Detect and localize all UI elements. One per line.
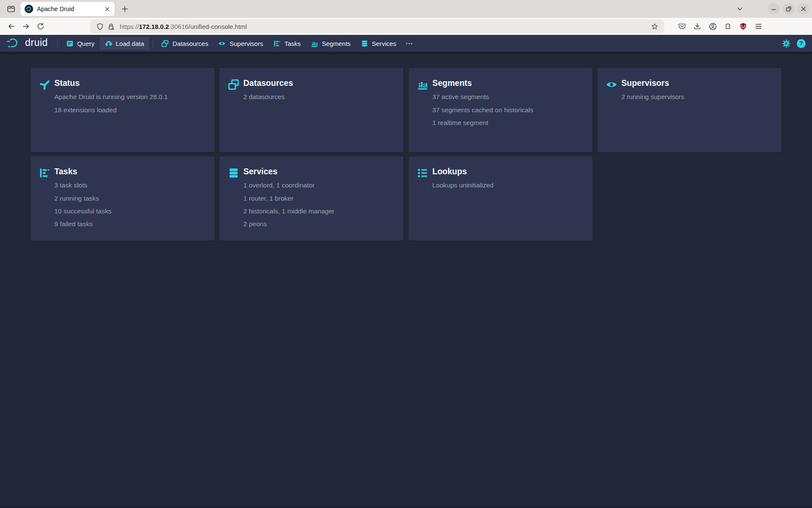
druid-brand[interactable]: druid [6, 38, 48, 49]
downloads-button[interactable] [691, 20, 704, 33]
restore-button[interactable] [783, 3, 795, 15]
card-supervisors[interactable]: Supervisors 2 running supervisors [598, 68, 781, 152]
gantt-icon [39, 167, 50, 179]
url-path: /unified-console.html [189, 23, 247, 30]
nav-label-tasks: Tasks [285, 40, 301, 47]
druid-brand-text: druid [25, 38, 48, 49]
tracking-protection-button[interactable] [94, 21, 105, 32]
ublock-shield-icon [739, 22, 747, 31]
card-grid: Status Apache Druid is running version 2… [0, 52, 812, 241]
gear-icon [782, 39, 791, 48]
card-title: Lookups [432, 167, 585, 176]
new-tab-button[interactable] [118, 2, 132, 16]
reload-icon [36, 22, 45, 31]
nav-item-load-data[interactable]: Load data [100, 37, 149, 50]
close-icon [105, 7, 110, 11]
druid-navbar: druid Query Load data Datasources Superv… [0, 35, 812, 52]
chevron-down-icon [736, 6, 743, 12]
card-services[interactable]: Services 1 overlord, 1 coordinator1 rout… [220, 156, 403, 241]
card-stat-line: 9 failed tasks [54, 220, 207, 228]
nav-label-services: Services [372, 40, 397, 47]
pocket-button[interactable] [675, 20, 689, 33]
account-icon [708, 22, 717, 31]
plus-icon [122, 6, 128, 12]
cloud-upload-icon [105, 40, 112, 47]
menu-button[interactable] [752, 20, 765, 33]
fork-icon [39, 79, 50, 90]
card-stat-line: 2 historicals, 1 middle manager [243, 207, 396, 216]
druid-logo-icon [6, 38, 22, 49]
nav-item-segments[interactable]: Segments [306, 37, 356, 50]
list-all-tabs-button[interactable] [733, 3, 746, 15]
reload-button[interactable] [34, 20, 47, 33]
druid-favicon [25, 5, 33, 13]
nav-item-more[interactable] [401, 37, 417, 50]
back-icon [7, 22, 16, 31]
bookmark-star-button[interactable] [649, 21, 660, 32]
card-stat-line: 1 router, 1 broker [243, 195, 396, 203]
card-stat-line: 37 segments cached on historicals [432, 106, 585, 114]
nav-group-primary: Query Load data [61, 37, 149, 50]
card-lookups[interactable]: Lookups Lookups uninitialized [409, 156, 592, 241]
minimize-button[interactable] [768, 3, 780, 15]
nav-group-secondary: Datasources Supervisors Tasks Segments S… [156, 37, 401, 50]
tab-title: Apache Druid [37, 6, 103, 12]
nav-label-load-data: Load data [116, 40, 144, 47]
close-window-button[interactable] [798, 3, 809, 15]
help-button[interactable]: ? [797, 39, 806, 48]
firefox-view-icon [6, 4, 16, 14]
nav-item-services[interactable]: Services [356, 37, 402, 50]
url-bar[interactable]: https://172.18.0.2:30616/unified-console… [90, 20, 664, 33]
card-status[interactable]: Status Apache Druid is running version 2… [31, 68, 214, 152]
nav-item-tasks[interactable]: Tasks [268, 37, 306, 50]
card-stat-line: 37 active segments [432, 93, 585, 101]
nav-item-query[interactable]: Query [61, 37, 100, 50]
bar-chart-icon [417, 79, 428, 90]
card-title: Tasks [54, 167, 207, 176]
minimize-icon [769, 4, 779, 14]
download-icon [693, 22, 702, 31]
url-protocol: https:// [120, 23, 139, 30]
console-icon [66, 40, 73, 47]
gantt-icon [273, 40, 281, 47]
navbar-divider [152, 39, 153, 48]
nav-item-datasources[interactable]: Datasources [156, 37, 213, 50]
firefox-view-button[interactable] [4, 2, 18, 16]
stack-icon [161, 40, 169, 47]
card-stat-line: 18 extensions loaded [54, 106, 207, 114]
restore-icon [784, 4, 794, 14]
eye-icon [218, 40, 226, 47]
forward-button[interactable] [20, 20, 32, 33]
card-stat-line: 1 realtime segment [432, 119, 585, 127]
card-stat-line: 2 running supervisors [621, 93, 774, 101]
tab-close-button[interactable] [103, 5, 111, 13]
eye-icon [606, 79, 617, 90]
ublock-button[interactable] [736, 20, 750, 33]
card-title: Supervisors [621, 79, 774, 88]
account-button[interactable] [706, 20, 719, 33]
card-tasks[interactable]: Tasks 3 task slots2 running tasks10 succ… [31, 156, 214, 241]
card-stat-line: 3 task slots [54, 182, 207, 190]
nav-label-supervisors: Supervisors [229, 40, 263, 47]
lock-warning-icon [107, 23, 115, 31]
nav-label-query: Query [77, 40, 95, 47]
url-host: 172.18.0.2 [139, 23, 169, 30]
close-icon [798, 4, 809, 14]
puzzle-icon [724, 22, 732, 31]
connection-security-button[interactable] [105, 21, 116, 32]
back-button[interactable] [5, 20, 18, 33]
database-icon [361, 40, 368, 47]
extensions-button[interactable] [721, 20, 735, 33]
forward-icon [22, 22, 30, 31]
list-icon [417, 167, 428, 179]
card-title: Segments [432, 79, 585, 88]
card-stat-line: 2 peons [243, 220, 396, 228]
settings-button[interactable] [782, 39, 791, 48]
browser-toolbar: https://172.18.0.2:30616/unified-console… [0, 18, 812, 35]
card-title: Services [243, 167, 396, 176]
browser-tab[interactable]: Apache Druid [20, 2, 115, 16]
nav-item-supervisors[interactable]: Supervisors [213, 37, 268, 50]
card-stat-line: 10 successful tasks [54, 207, 207, 216]
card-datasources[interactable]: Datasources 2 datasources [220, 68, 403, 152]
card-segments[interactable]: Segments 37 active segments37 segments c… [409, 68, 592, 152]
